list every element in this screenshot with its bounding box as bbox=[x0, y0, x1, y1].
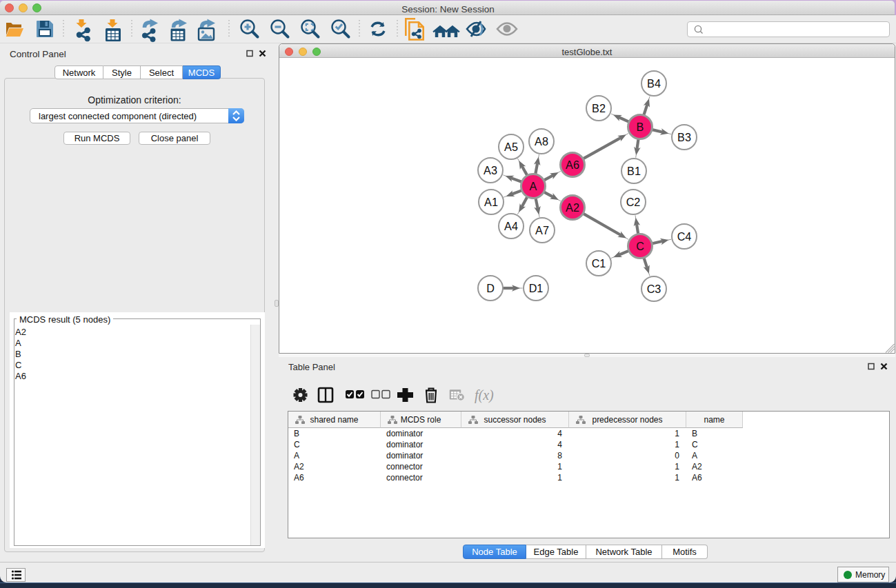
svg-text:C2: C2 bbox=[626, 196, 641, 208]
svg-text:C: C bbox=[636, 240, 644, 252]
svg-text:B2: B2 bbox=[592, 102, 606, 114]
svg-text:C1: C1 bbox=[592, 257, 606, 270]
svg-text:A1: A1 bbox=[484, 196, 498, 208]
svg-text:A7: A7 bbox=[535, 224, 549, 236]
svg-text:A8: A8 bbox=[535, 135, 548, 148]
svg-text:B4: B4 bbox=[647, 77, 661, 90]
svg-text:B1: B1 bbox=[627, 165, 641, 177]
svg-text:A3: A3 bbox=[484, 164, 497, 176]
svg-text:D1: D1 bbox=[529, 282, 544, 294]
svg-text:A2: A2 bbox=[566, 201, 579, 214]
svg-text:f(x): f(x) bbox=[475, 387, 494, 403]
svg-text:A: A bbox=[530, 180, 537, 192]
svg-text:B3: B3 bbox=[677, 131, 691, 143]
svg-text:D: D bbox=[486, 282, 495, 294]
svg-text:C3: C3 bbox=[647, 283, 661, 295]
svg-text:B: B bbox=[637, 121, 644, 133]
svg-text:A5: A5 bbox=[504, 141, 518, 153]
svg-text:C4: C4 bbox=[677, 230, 692, 243]
svg-text:A6: A6 bbox=[566, 159, 579, 171]
svg-text:A4: A4 bbox=[504, 220, 518, 232]
